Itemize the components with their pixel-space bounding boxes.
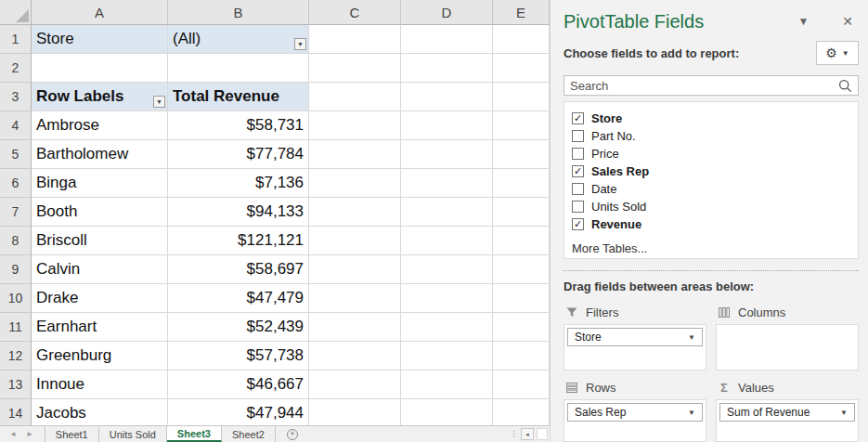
cell-B3[interactable]: Total Revenue	[168, 83, 309, 111]
cell-E14[interactable]	[493, 399, 550, 425]
row-header-4[interactable]: 4	[0, 111, 32, 140]
cell-E11[interactable]	[493, 313, 550, 342]
tab-scroll-left-icon[interactable]: ◄	[9, 430, 17, 438]
sheet-tab-units-sold[interactable]: Units Sold	[99, 426, 167, 442]
cell-E3[interactable]	[493, 83, 550, 111]
cell-E6[interactable]	[493, 169, 550, 198]
cell-A8[interactable]: Briscoll	[32, 227, 168, 255]
field-item-store[interactable]: ✓Store	[572, 110, 850, 127]
pill-dropdown-arrow-icon[interactable]: ▼	[688, 409, 695, 417]
cell-C10[interactable]	[309, 284, 401, 313]
field-pill-sum-of-revenue[interactable]: Sum of Revenue▼	[719, 403, 855, 422]
cell-E1[interactable]	[493, 25, 550, 54]
cell-A13[interactable]: Innoue	[32, 370, 168, 399]
values-dropzone[interactable]: Sum of Revenue▼	[716, 399, 859, 442]
cell-A9[interactable]: Calvin	[32, 255, 168, 284]
cell-B2[interactable]	[168, 54, 309, 83]
pane-splitter[interactable]	[564, 270, 859, 271]
cell-D12[interactable]	[401, 342, 493, 370]
cell-B9[interactable]: $58,697	[168, 255, 309, 284]
cell-D1[interactable]	[401, 25, 493, 54]
cell-A12[interactable]: Greenburg	[32, 342, 168, 370]
row-header-9[interactable]: 9	[0, 255, 32, 284]
cell-A3[interactable]: Row Labels▼	[32, 83, 168, 111]
pill-dropdown-arrow-icon[interactable]: ▼	[840, 409, 848, 417]
cell-A6[interactable]: Binga	[32, 169, 168, 198]
row-header-12[interactable]: 12	[0, 342, 32, 370]
cell-A5[interactable]: Bartholomew	[32, 140, 168, 169]
cell-E8[interactable]	[493, 227, 550, 255]
scrollbar-grip-icon[interactable]: ⋮	[510, 430, 518, 438]
field-item-sales-rep[interactable]: ✓Sales Rep	[572, 162, 850, 180]
cell-E5[interactable]	[493, 140, 550, 169]
checkbox-icon[interactable]: ✓	[572, 112, 584, 124]
cell-A1[interactable]: Store	[32, 25, 168, 54]
row-header-7[interactable]: 7	[0, 198, 32, 227]
cell-B5[interactable]: $77,784	[168, 140, 309, 169]
cell-C2[interactable]	[309, 54, 401, 83]
tab-scroll-right-icon[interactable]: ►	[26, 430, 33, 438]
cell-D14[interactable]	[401, 399, 493, 425]
cell-C13[interactable]	[309, 370, 401, 399]
cell-A14[interactable]: Jacobs	[32, 399, 168, 425]
tools-gear-button[interactable]: ⚙ ▼	[816, 41, 859, 65]
row-header-10[interactable]: 10	[0, 284, 32, 313]
row-header-2[interactable]: 2	[0, 54, 32, 83]
cell-A7[interactable]: Booth	[32, 198, 168, 227]
cell-B6[interactable]: $7,136	[168, 169, 309, 198]
row-header-5[interactable]: 5	[0, 140, 32, 169]
cell-E9[interactable]	[493, 255, 550, 284]
column-header-E[interactable]: E	[493, 0, 550, 25]
column-header-A[interactable]: A	[32, 0, 168, 25]
row-header-14[interactable]: 14	[0, 399, 32, 425]
new-sheet-button[interactable]: +	[276, 426, 309, 442]
row-header-1[interactable]: 1	[0, 25, 32, 54]
cell-D2[interactable]	[401, 54, 493, 83]
cell-A10[interactable]: Drake	[32, 284, 168, 313]
cell-B12[interactable]: $57,738	[168, 342, 309, 370]
cell-B14[interactable]: $47,944	[168, 399, 309, 425]
cell-D4[interactable]	[401, 111, 493, 140]
cell-D3[interactable]	[401, 83, 493, 111]
checkbox-icon[interactable]	[572, 201, 584, 213]
pill-dropdown-arrow-icon[interactable]: ▼	[688, 333, 695, 342]
rows-dropzone[interactable]: Sales Rep▼	[564, 399, 706, 442]
sheet-tab-sheet1[interactable]: Sheet1	[45, 426, 99, 442]
select-all-corner[interactable]	[0, 0, 32, 25]
scroll-left-button[interactable]: ◄	[521, 428, 534, 440]
cell-D13[interactable]	[401, 370, 493, 399]
cell-E12[interactable]	[493, 342, 550, 370]
cell-D7[interactable]	[401, 198, 493, 227]
field-pill-sales-rep[interactable]: Sales Rep▼	[567, 403, 703, 422]
cell-E10[interactable]	[493, 284, 550, 313]
sheet-tab-sheet3[interactable]: Sheet3	[167, 426, 222, 442]
field-item-date[interactable]: Date	[572, 180, 850, 198]
checkbox-icon[interactable]	[572, 148, 584, 160]
cell-B8[interactable]: $121,121	[168, 227, 309, 255]
cell-E4[interactable]	[493, 111, 550, 140]
row-header-3[interactable]: 3	[0, 83, 32, 111]
cell-B4[interactable]: $58,731	[168, 111, 309, 140]
column-header-C[interactable]: C	[309, 0, 401, 25]
checkbox-icon[interactable]: ✓	[572, 218, 584, 230]
row-header-8[interactable]: 8	[0, 227, 32, 255]
cell-B1[interactable]: (All)▼	[168, 25, 309, 54]
field-search-box[interactable]	[564, 75, 859, 96]
cell-B11[interactable]: $52,439	[168, 313, 309, 342]
cell-E2[interactable]	[493, 54, 550, 83]
cell-B7[interactable]: $94,133	[168, 198, 309, 227]
columns-dropzone[interactable]	[716, 324, 859, 370]
field-item-revenue[interactable]: ✓Revenue	[572, 215, 850, 233]
cell-A4[interactable]: Ambrose	[32, 111, 168, 140]
cell-C5[interactable]	[309, 140, 401, 169]
sheet-tab-sheet2[interactable]: Sheet2	[222, 426, 276, 442]
search-input[interactable]	[570, 79, 838, 93]
cell-D8[interactable]	[401, 227, 493, 255]
cell-A2[interactable]	[32, 54, 168, 83]
scrollbar-track[interactable]	[537, 428, 548, 440]
cell-C9[interactable]	[309, 255, 401, 284]
cell-D9[interactable]	[401, 255, 493, 284]
cell-C6[interactable]	[309, 169, 401, 198]
filters-dropzone[interactable]: Store▼	[564, 324, 706, 370]
cell-C1[interactable]	[309, 25, 401, 54]
